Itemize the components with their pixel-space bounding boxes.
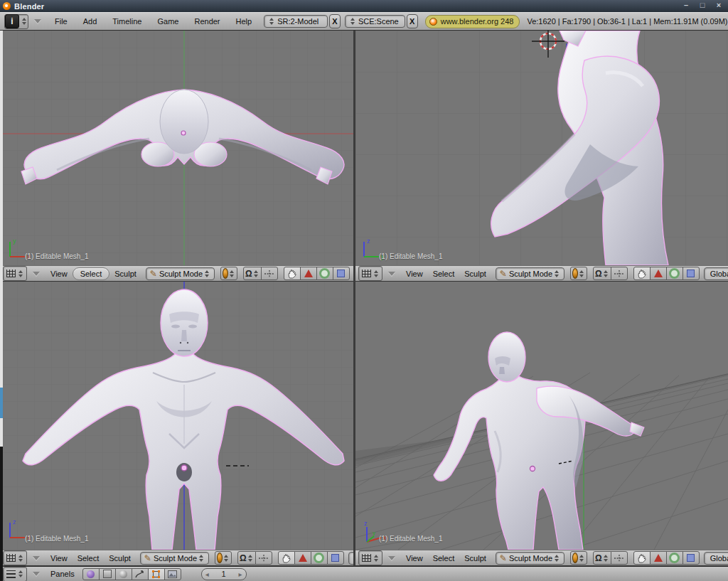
- scene-selector[interactable]: SCE:Scene: [345, 15, 405, 28]
- orientation-selector[interactable]: Global: [348, 552, 353, 565]
- manipulator-mode-button[interactable]: [611, 267, 628, 280]
- menu-timeline[interactable]: Timeline: [105, 17, 149, 26]
- menu-add[interactable]: Add: [75, 17, 105, 26]
- pivot-selector[interactable]: Ω: [593, 267, 611, 280]
- scene-context-button[interactable]: [164, 568, 181, 580]
- frame-counter[interactable]: ◂ 1 ▸: [201, 568, 247, 580]
- menu-sculpt[interactable]: Sculpt: [459, 554, 491, 563]
- mode-selector[interactable]: ✎ Sculpt Mode: [496, 267, 564, 280]
- close-button[interactable]: ×: [714, 1, 724, 9]
- menu-collapse-icon[interactable]: [34, 19, 41, 23]
- viewport-3d-front-view[interactable]: z x: [0, 282, 353, 550]
- menu-select[interactable]: Select: [73, 554, 105, 563]
- translate-manipulator-button[interactable]: [650, 267, 667, 280]
- restore-button[interactable]: □: [697, 1, 707, 9]
- blender-version-button[interactable]: www.blender.org 248: [425, 15, 520, 28]
- scale-manipulator-button[interactable]: [682, 267, 700, 280]
- rotate-manipulator-button[interactable]: [311, 551, 328, 565]
- draw-type-selector[interactable]: [570, 267, 587, 280]
- viewport-3d-top-view[interactable]: y x: [0, 31, 353, 265]
- editor-type-selector[interactable]: [3, 266, 27, 281]
- shading-icon: [119, 570, 127, 578]
- menu-panels[interactable]: Panels: [46, 570, 80, 578]
- manipulator-mode-button[interactable]: [261, 267, 278, 280]
- minimize-button[interactable]: –: [681, 1, 691, 9]
- solid-shading-icon: [217, 553, 223, 563]
- scale-manipulator-button[interactable]: [333, 267, 350, 280]
- draw-type-selector[interactable]: [220, 267, 237, 280]
- screen-delete-button[interactable]: X: [329, 14, 341, 28]
- menu-view[interactable]: View: [401, 270, 428, 278]
- menu-collapse-icon[interactable]: [33, 556, 40, 560]
- manipulator-hand-button[interactable]: [278, 551, 295, 565]
- window-type-button[interactable]: i: [4, 14, 28, 29]
- scale-manipulator-button[interactable]: [682, 551, 700, 565]
- logic-context-button[interactable]: [82, 568, 100, 580]
- scale-icon: [337, 270, 345, 277]
- buttons-window-icon: [6, 570, 16, 578]
- editor-type-selector[interactable]: [358, 266, 382, 281]
- menu-select[interactable]: Select: [428, 554, 460, 563]
- scale-manipulator-button[interactable]: [327, 551, 344, 565]
- menu-collapse-icon[interactable]: [33, 272, 40, 276]
- menu-collapse-icon[interactable]: [388, 556, 395, 560]
- viewport-splitter[interactable]: [353, 31, 355, 566]
- shading-context-button[interactable]: [115, 568, 132, 580]
- frame-prev-icon[interactable]: ◂: [205, 570, 209, 578]
- mode-selector[interactable]: ✎ Sculpt Mode: [146, 267, 215, 280]
- menu-sculpt[interactable]: Sculpt: [459, 270, 491, 278]
- object-context-button[interactable]: [132, 568, 149, 580]
- editing-context-button[interactable]: [148, 568, 165, 580]
- translate-icon: [654, 554, 663, 562]
- draw-type-selector[interactable]: [570, 551, 587, 565]
- pivot-selector[interactable]: Ω: [243, 267, 262, 280]
- menu-view[interactable]: View: [401, 554, 428, 563]
- translate-manipulator-button[interactable]: [300, 267, 317, 280]
- orientation-selector[interactable]: Global: [704, 267, 728, 280]
- frame-next-icon[interactable]: ▸: [239, 570, 242, 578]
- menu-render[interactable]: Render: [186, 17, 228, 26]
- translate-icon: [299, 554, 307, 562]
- pivot-selector[interactable]: Ω: [237, 551, 256, 565]
- editor-type-selector[interactable]: [3, 567, 27, 581]
- title-bar[interactable]: Blender – □ ×: [0, 0, 728, 12]
- axis-label-v: y: [13, 238, 16, 245]
- script-context-button[interactable]: [99, 568, 116, 580]
- rotate-manipulator-button[interactable]: [666, 267, 683, 280]
- scale-icon: [331, 554, 339, 562]
- editor-type-selector[interactable]: [3, 550, 27, 565]
- viewport-3d-perspective-view[interactable]: z x y: [355, 282, 728, 550]
- menu-help[interactable]: Help: [228, 17, 260, 26]
- 3d-view-icon: [362, 554, 371, 562]
- editor-type-selector[interactable]: [358, 550, 382, 565]
- menu-file[interactable]: File: [47, 17, 75, 26]
- menu-collapse-icon[interactable]: [33, 572, 40, 576]
- rotate-manipulator-button[interactable]: [316, 267, 333, 280]
- manipulator-mode-button[interactable]: [255, 551, 272, 565]
- manipulator-hand-button[interactable]: [633, 551, 651, 565]
- mode-selector[interactable]: ✎ Sculpt Mode: [496, 552, 564, 565]
- menu-sculpt[interactable]: Sculpt: [104, 554, 136, 563]
- draw-type-selector[interactable]: [215, 551, 232, 565]
- viewport-3d-side-view[interactable]: z y: [355, 31, 728, 265]
- screen-selector[interactable]: SR:2-Model: [264, 15, 328, 28]
- translate-manipulator-button[interactable]: [650, 551, 667, 565]
- manipulator-hand-button[interactable]: [633, 267, 651, 280]
- menu-collapse-icon[interactable]: [388, 272, 395, 276]
- manipulator-mode-button[interactable]: [611, 551, 628, 565]
- menu-sculpt[interactable]: Sculpt: [109, 270, 141, 278]
- brush-icon: ✎: [144, 554, 151, 563]
- menu-select[interactable]: Select: [428, 270, 460, 278]
- orientation-selector[interactable]: Global: [704, 552, 728, 565]
- mode-selector[interactable]: ✎ Sculpt Mode: [140, 552, 209, 565]
- scene-delete-button[interactable]: X: [407, 14, 418, 28]
- menu-select[interactable]: Select: [73, 267, 110, 280]
- menu-game[interactable]: Game: [149, 17, 186, 26]
- translate-manipulator-button[interactable]: [294, 551, 311, 565]
- rotate-manipulator-button[interactable]: [666, 551, 683, 565]
- pivot-selector[interactable]: Ω: [593, 551, 611, 565]
- menu-view[interactable]: View: [46, 554, 73, 563]
- window-title: Blender: [14, 2, 44, 11]
- menu-view[interactable]: View: [46, 270, 73, 278]
- manipulator-hand-button[interactable]: [284, 267, 301, 280]
